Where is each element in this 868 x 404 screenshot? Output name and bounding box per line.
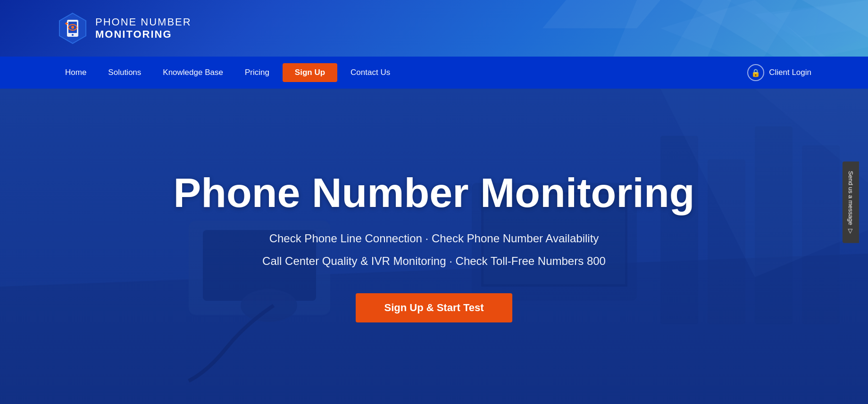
send-message-icon: ▷ [847,229,854,233]
nav-item-contact[interactable]: Contact Us [342,64,399,81]
logo-icon [57,12,89,44]
hero-content: Phone Number Monitoring Check Phone Line… [79,170,789,322]
nav-item-signup[interactable]: Sign Up [283,63,337,82]
nav-item-knowledge-base[interactable]: Knowledge Base [154,64,232,81]
hero-cta-button[interactable]: Sign Up & Start Test [356,293,512,322]
hero-section: Phone Number Monitoring Check Phone Line… [0,89,868,404]
nav-item-pricing[interactable]: Pricing [236,64,278,81]
hero-subtitle-1: Check Phone Line Connection · Check Phon… [174,230,695,247]
header-decoration [538,0,868,57]
hero-subtitle-2: Call Center Quality & IVR Monitoring · C… [174,253,695,270]
send-message-label: Send us a message [847,171,854,225]
nav-bar: Home Solutions Knowledge Base Pricing Si… [0,57,868,89]
nav-item-home[interactable]: Home [57,64,95,81]
brand-name: PHONE NUMBER MONITORING [95,16,192,41]
svg-point-10 [71,26,74,29]
client-login[interactable]: 🔒 Client Login [747,64,811,81]
nav-right: 🔒 Client Login [747,64,811,81]
hero-title: Phone Number Monitoring [174,170,695,216]
send-message-tab[interactable]: Send us a message ▷ [843,161,859,243]
top-header: PHONE NUMBER MONITORING [0,0,868,57]
logo-text: PHONE NUMBER MONITORING [95,16,192,41]
logo-area[interactable]: PHONE NUMBER MONITORING [57,12,192,44]
lock-icon: 🔒 [747,64,764,81]
nav-item-solutions[interactable]: Solutions [100,64,150,81]
nav-links: Home Solutions Knowledge Base Pricing Si… [57,63,399,82]
svg-point-8 [72,34,74,36]
client-login-label: Client Login [769,68,811,77]
